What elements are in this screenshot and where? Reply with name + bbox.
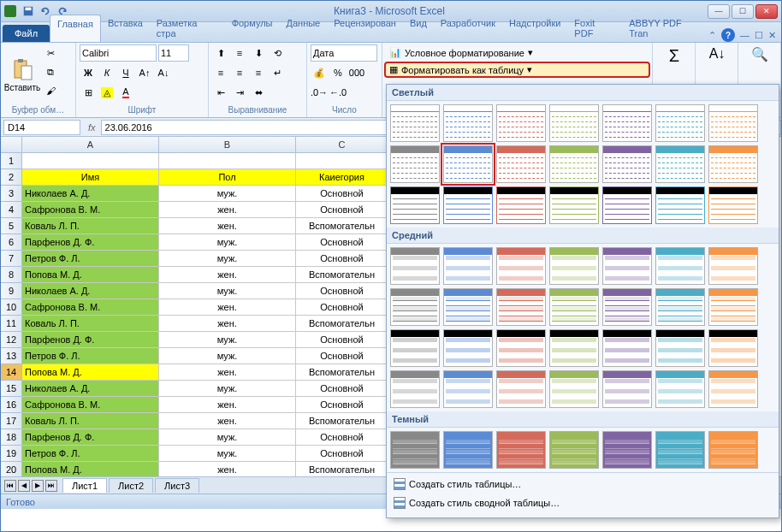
cell[interactable]: Основной — [296, 446, 388, 462]
cell[interactable]: Основной — [296, 332, 388, 348]
cell[interactable] — [296, 153, 388, 169]
cell[interactable]: муж. — [159, 381, 296, 397]
align-left-icon[interactable]: ≡ — [212, 64, 229, 81]
table-style-swatch[interactable] — [496, 186, 546, 224]
cell[interactable]: Сафронова В. М. — [22, 202, 159, 218]
cell[interactable]: жен. — [159, 218, 296, 234]
fx-icon[interactable]: fx — [88, 122, 96, 133]
ribbon-tab[interactable]: Надстройки — [502, 15, 567, 42]
sheet-tab[interactable]: Лист2 — [109, 478, 153, 493]
table-style-swatch[interactable] — [443, 431, 493, 469]
cell[interactable]: Парфенов Д. Ф. — [22, 429, 159, 446]
row-header[interactable]: 6 — [1, 234, 22, 251]
row-header[interactable]: 9 — [1, 283, 22, 299]
mdi-minimize-icon[interactable]: — — [740, 30, 749, 40]
number-format-combo[interactable]: Дата — [311, 44, 377, 62]
row-header[interactable]: 7 — [1, 251, 22, 267]
cell[interactable]: Попова М. Д. — [22, 364, 159, 381]
row-header[interactable]: 8 — [1, 267, 22, 283]
cell[interactable]: Основной — [296, 348, 388, 364]
cell[interactable]: Основной — [296, 234, 388, 251]
cell[interactable]: Имя — [22, 169, 159, 186]
row-header[interactable]: 1 — [1, 153, 22, 169]
ribbon-tab[interactable]: Вид — [403, 15, 434, 42]
decrease-decimal-icon[interactable]: ←.0 — [329, 84, 347, 101]
table-style-swatch[interactable] — [390, 186, 440, 224]
file-tab[interactable]: Файл — [3, 25, 50, 42]
cell[interactable] — [159, 153, 296, 169]
cell[interactable]: муж. — [159, 446, 296, 462]
percent-icon[interactable]: % — [329, 64, 347, 81]
table-style-swatch[interactable] — [655, 288, 705, 326]
font-name-combo[interactable]: Calibri — [80, 44, 157, 62]
table-style-swatch[interactable] — [655, 431, 705, 469]
maximize-button[interactable]: ☐ — [732, 4, 754, 19]
table-style-swatch[interactable] — [549, 288, 599, 326]
cell[interactable]: жен. — [159, 202, 296, 218]
format-as-table-button[interactable]: ▦ Форматировать как таблицу▾ — [384, 62, 650, 78]
mdi-restore-icon[interactable]: ☐ — [755, 30, 763, 41]
cell[interactable]: Вспомогательн — [296, 413, 388, 429]
table-style-swatch[interactable] — [390, 247, 440, 285]
cell[interactable]: жен. — [159, 364, 296, 381]
cell[interactable]: муж. — [159, 332, 296, 348]
cell[interactable]: Основной — [296, 429, 388, 446]
ribbon-tab[interactable]: Вставка — [101, 15, 150, 42]
bold-icon[interactable]: Ж — [80, 64, 97, 81]
row-header[interactable]: 3 — [1, 186, 22, 202]
row-header[interactable]: 18 — [1, 429, 22, 446]
increase-indent-icon[interactable]: ⇥ — [231, 84, 248, 101]
find-select-button[interactable]: 🔍 — [742, 44, 778, 64]
row-header[interactable]: 17 — [1, 413, 22, 429]
table-style-swatch[interactable] — [602, 288, 652, 326]
cell[interactable]: Попова М. Д. — [22, 267, 159, 283]
table-style-swatch[interactable] — [549, 370, 599, 408]
align-center-icon[interactable]: ≡ — [231, 64, 248, 81]
grow-font-icon[interactable]: A↑ — [136, 64, 153, 81]
paste-button[interactable]: Вставить — [4, 44, 40, 104]
ribbon-tab[interactable]: Foxit PDF — [567, 15, 622, 42]
row-header[interactable]: 12 — [1, 332, 22, 348]
cell[interactable]: жен. — [159, 299, 296, 316]
cell[interactable]: жен. — [159, 316, 296, 332]
cell[interactable]: Парфенов Д. Ф. — [22, 234, 159, 251]
cell[interactable]: Основной — [296, 202, 388, 218]
cell[interactable]: муж. — [159, 429, 296, 446]
ribbon-tab[interactable]: Рецензирован — [327, 15, 403, 42]
italic-icon[interactable]: К — [98, 64, 116, 81]
cell[interactable]: Петров Ф. Л. — [22, 251, 159, 267]
cell[interactable]: Николаев А. Д. — [22, 381, 159, 397]
currency-icon[interactable]: 💰 — [311, 64, 328, 81]
comma-icon[interactable]: 000 — [348, 64, 365, 81]
increase-decimal-icon[interactable]: .0→ — [311, 84, 328, 101]
table-style-swatch[interactable] — [443, 329, 493, 367]
minimize-ribbon-icon[interactable]: ⌃ — [708, 30, 716, 41]
font-size-combo[interactable]: 11 — [158, 44, 189, 62]
table-style-swatch[interactable] — [708, 329, 758, 367]
cell[interactable]: муж. — [159, 348, 296, 364]
align-middle-icon[interactable]: ≡ — [231, 44, 248, 62]
table-style-swatch[interactable] — [496, 104, 546, 142]
cell[interactable]: Каиегория — [296, 169, 388, 186]
table-style-swatch[interactable] — [602, 145, 652, 183]
cell[interactable]: Коваль Л. П. — [22, 218, 159, 234]
table-style-swatch[interactable] — [655, 186, 705, 224]
select-all-corner[interactable] — [1, 137, 22, 153]
table-style-swatch[interactable] — [443, 186, 493, 224]
font-color-icon[interactable]: A — [117, 84, 134, 101]
cell[interactable]: Основной — [296, 283, 388, 299]
align-top-icon[interactable]: ⬆ — [212, 44, 229, 62]
table-style-swatch[interactable] — [549, 104, 599, 142]
table-style-swatch[interactable] — [655, 329, 705, 367]
table-style-swatch[interactable] — [708, 104, 758, 142]
fill-color-icon[interactable]: ◬ — [98, 84, 116, 101]
table-style-swatch[interactable] — [708, 145, 758, 183]
cell[interactable]: Николаев А. Д. — [22, 283, 159, 299]
table-style-swatch[interactable] — [708, 247, 758, 285]
shrink-font-icon[interactable]: A↓ — [155, 64, 172, 81]
ribbon-tab[interactable]: Главная — [50, 15, 101, 42]
cell[interactable]: Петров Ф. Л. — [22, 446, 159, 462]
excel-icon[interactable] — [4, 5, 16, 17]
help-icon[interactable]: ? — [721, 28, 735, 42]
tab-first-icon[interactable]: ⏮ — [4, 480, 16, 492]
